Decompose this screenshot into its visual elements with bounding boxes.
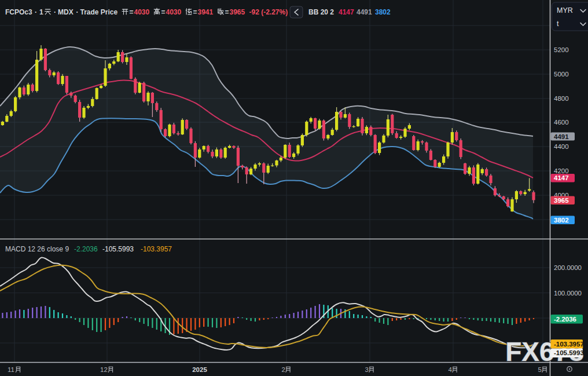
svg-text:4147: 4147 — [554, 174, 569, 181]
svg-text:·: · — [54, 8, 56, 16]
svg-text:=: = — [193, 8, 197, 16]
svg-text:-103.3957: -103.3957 — [554, 341, 584, 348]
svg-text:-92 (-2.27%): -92 (-2.27%) — [249, 8, 288, 16]
svg-text:4800: 4800 — [554, 95, 569, 102]
svg-text:MDX: MDX — [58, 8, 74, 16]
svg-text:4: 4 — [449, 366, 453, 373]
svg-text:11: 11 — [8, 366, 14, 373]
svg-text:-2.2036: -2.2036 — [74, 245, 98, 253]
svg-text:4147: 4147 — [339, 8, 354, 16]
svg-text:3802: 3802 — [554, 217, 569, 224]
svg-text:4030: 4030 — [134, 8, 150, 16]
svg-text:4491: 4491 — [554, 133, 569, 140]
svg-text:MACD 12 26 close 9: MACD 12 26 close 9 — [5, 245, 69, 253]
svg-text:3965: 3965 — [230, 8, 245, 16]
svg-text:4030: 4030 — [166, 8, 182, 16]
svg-text:3: 3 — [365, 366, 369, 373]
svg-text:-103.3957: -103.3957 — [141, 245, 172, 253]
svg-text:4200: 4200 — [554, 167, 569, 174]
svg-text:4491: 4491 — [357, 8, 372, 16]
svg-text:MYR: MYR — [557, 6, 573, 14]
svg-text:-2.2036: -2.2036 — [554, 316, 576, 323]
svg-text:·: · — [76, 8, 79, 16]
svg-text:=: = — [161, 8, 166, 16]
svg-text:BB 20 2: BB 20 2 — [308, 8, 334, 16]
svg-text:200.0000: 200.0000 — [554, 264, 582, 271]
svg-text:2: 2 — [282, 366, 285, 373]
svg-text:3941: 3941 — [198, 8, 214, 16]
svg-text:t: t — [557, 20, 559, 28]
svg-text:Trade Price: Trade Price — [80, 8, 118, 16]
svg-text:3965: 3965 — [554, 197, 569, 204]
svg-text:=: = — [130, 8, 134, 16]
svg-text:2025: 2025 — [192, 366, 207, 373]
svg-text:=: = — [225, 8, 229, 16]
svg-text:4600: 4600 — [554, 119, 569, 126]
svg-text:12: 12 — [100, 366, 108, 373]
svg-text:1: 1 — [39, 8, 43, 16]
svg-text:FCPOc3: FCPOc3 — [5, 8, 32, 16]
svg-text:5200: 5200 — [554, 46, 569, 53]
svg-text:-105.5993: -105.5993 — [554, 349, 584, 356]
svg-text:5: 5 — [538, 366, 542, 373]
svg-text:-105.5993: -105.5993 — [102, 245, 134, 253]
svg-text:5000: 5000 — [554, 71, 569, 78]
svg-text:3802: 3802 — [375, 8, 391, 16]
svg-text:100.0000: 100.0000 — [554, 290, 582, 297]
svg-text:·: · — [35, 8, 37, 16]
svg-text:4400: 4400 — [554, 143, 569, 150]
